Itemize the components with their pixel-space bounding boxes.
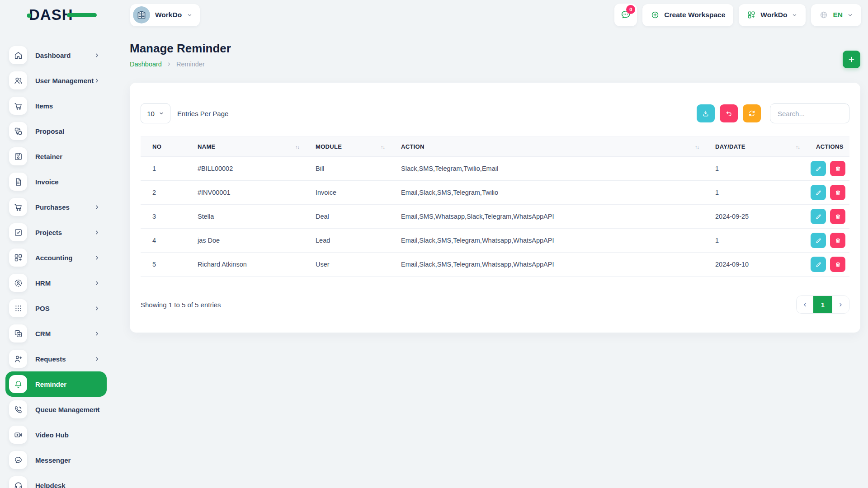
cell-name: #INV00001 [186,181,304,205]
brand-logo: DASH [29,4,110,26]
table-controls: 10 Entries Per Page [141,83,849,123]
table-row: 2#INV00001InvoiceEmail,Slack,SMS,Telegra… [141,181,849,205]
sidebar-item-invoice[interactable]: Invoice [5,169,107,194]
delete-button[interactable] [830,257,845,272]
sidebar-item-messenger[interactable]: Messenger [5,447,107,473]
edit-button[interactable] [811,233,826,248]
sidebar: DashboardUser ManagementItemsProposalRet… [0,30,108,488]
sidebar-item-label: User Management [35,77,94,84]
cell-action: Email,SMS,Whatsapp,Slack,Telegram,WhatsA… [389,205,703,229]
cell-no: 1 [141,157,186,181]
messages-button[interactable]: 0 [614,4,637,26]
sidebar-item-crm[interactable]: CRM [5,321,107,346]
sidebar-item-helpdesk[interactable]: Helpdesk [5,473,107,488]
cell-module: Deal [304,205,389,229]
cell-day-date: 1 [703,229,804,253]
sidebar-item-pos[interactable]: POS [5,296,107,321]
edit-button[interactable] [811,185,826,200]
sidebar-item-label: Projects [35,229,62,236]
pencil-icon [815,261,822,268]
entries-summary: Showing 1 to 5 of 5 entries [141,301,221,309]
delete-button[interactable] [830,161,845,176]
edit-button[interactable] [811,161,826,176]
delete-button[interactable] [830,209,845,224]
chevron-right-icon [94,406,100,413]
trash-icon [835,237,841,244]
breadcrumb-dashboard-link[interactable]: Dashboard [130,61,162,68]
sidebar-item-purchases[interactable]: Purchases [5,194,107,220]
pencil-icon [815,165,822,172]
sidebar-item-projects[interactable]: Projects [5,220,107,245]
cell-action: Slack,SMS,Telegram,Twilio,Email [389,157,703,181]
export-button[interactable] [697,104,715,122]
workspace-switcher[interactable]: WorkDo [130,4,200,26]
chevron-down-icon [187,12,193,18]
sidebar-item-accounting[interactable]: Accounting [5,245,107,270]
sidebar-item-retainer[interactable]: Retainer [5,144,107,169]
column-header-name[interactable]: NAME↑↓ [186,137,304,157]
sort-icon: ↑↓ [695,144,699,150]
swap-squares-icon [9,122,27,140]
building-avatar-icon [133,6,150,23]
sidebar-item-queue-management[interactable]: Queue Management [5,397,107,422]
globe-icon [819,10,828,19]
sidebar-item-items[interactable]: Items [5,93,107,118]
edit-button[interactable] [811,209,826,224]
pagination-page-1[interactable]: 1 [813,296,832,313]
chevron-right-icon [94,52,100,59]
headset-icon [9,476,27,488]
grid-plus-icon [9,249,27,267]
chat-icon [9,451,27,469]
undo-icon [725,109,733,117]
sidebar-item-label: POS [35,305,50,312]
chevron-right-icon [838,302,844,308]
delete-button[interactable] [830,233,845,248]
column-header-day-date[interactable]: DAY/DATE↑↓ [703,137,804,157]
cart-icon [9,198,27,216]
file-icon [9,173,27,191]
create-workspace-button[interactable]: Create Workspace [642,4,733,26]
sidebar-item-dashboard[interactable]: Dashboard [5,42,107,68]
column-header-module[interactable]: MODULE↑↓ [304,137,389,157]
edit-button[interactable] [811,257,826,272]
undo-button[interactable] [720,104,738,122]
topbar-actions: 0 Create Workspace WorkDo EN [614,4,868,26]
sidebar-item-label: Proposal [35,127,64,135]
breadcrumb-current: Reminder [176,61,205,68]
search-input[interactable] [770,103,849,123]
users-icon [9,71,27,89]
chevron-right-icon [94,229,100,236]
workspace-menu-button[interactable]: WorkDo [739,4,806,26]
delete-button[interactable] [830,185,845,200]
floppy-icon [9,147,27,165]
sidebar-item-video-hub[interactable]: Video Hub [5,422,107,447]
sidebar-item-reminder[interactable]: Reminder [5,371,107,397]
sidebar-item-label: Reminder [35,380,66,388]
pagination-prev-button[interactable] [797,296,813,313]
pagination-next-button[interactable] [832,296,849,313]
workspace-switcher-label: WorkDo [155,11,182,19]
chevron-down-icon [792,12,797,18]
language-menu-button[interactable]: EN [811,4,861,26]
sidebar-item-proposal[interactable]: Proposal [5,118,107,144]
sidebar-item-label: Queue Management [35,406,100,413]
entries-per-page-select[interactable]: 10 [141,103,170,123]
create-workspace-label: Create Workspace [664,11,725,19]
sidebar-item-user-management[interactable]: User Management [5,68,107,93]
pencil-icon [815,213,822,220]
add-reminder-button[interactable] [843,51,860,68]
column-header-action[interactable]: ACTION↑↓ [389,137,703,157]
sidebar-item-label: Accounting [35,254,73,262]
sidebar-item-label: Helpdesk [35,482,66,488]
sidebar-item-requests[interactable]: Requests [5,346,107,371]
grid-plus-icon [747,10,756,19]
bell-icon [9,375,27,393]
table-row: 1#BILL00002BillSlack,SMS,Telegram,Twilio… [141,157,849,181]
reminder-table-card: 10 Entries Per Page NONAME↑↓MODULE↑↓ACTI… [130,83,860,333]
entries-per-page-value: 10 [147,110,155,117]
sidebar-item-hrm[interactable]: HRM [5,270,107,296]
table-header-row: NONAME↑↓MODULE↑↓ACTION↑↓DAY/DATE↑↓ACTION… [141,137,849,157]
cell-day-date: 1 [703,181,804,205]
table-row: 3StellaDealEmail,SMS,Whatsapp,Slack,Tele… [141,205,849,229]
refresh-button[interactable] [743,104,761,122]
